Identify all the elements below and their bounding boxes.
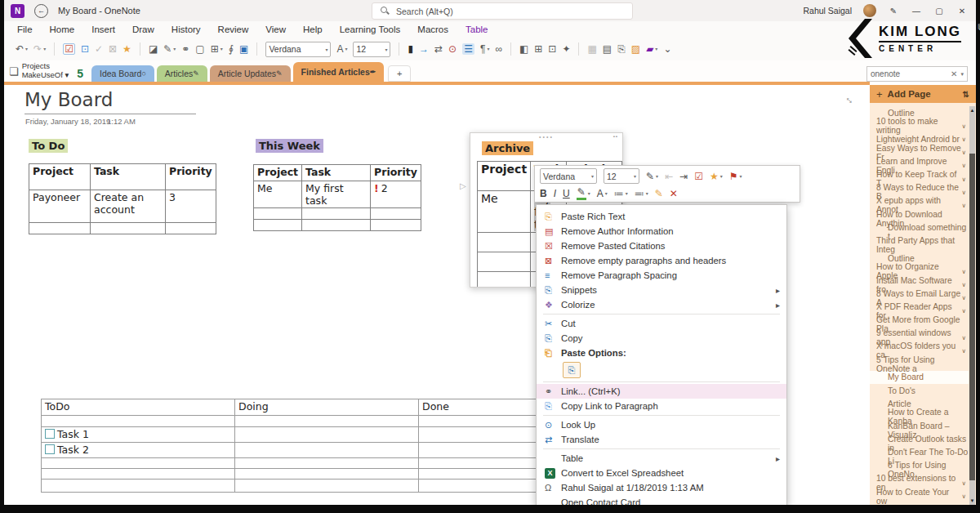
sidebar-page-how-to-create-your-ow[interactable]: How to Create Your ow∨ (870, 489, 969, 502)
table-cell[interactable] (42, 416, 235, 427)
add-page-button[interactable]: + Add Page ⇅ (870, 85, 976, 103)
table-cell[interactable] (29, 223, 91, 234)
table-cell[interactable]: Task 2 (42, 443, 235, 458)
page-search-close-icon[interactable]: ✕ (951, 69, 957, 78)
todo-heading[interactable]: To Do (29, 139, 68, 153)
table-cell[interactable] (235, 458, 419, 469)
mt-font-name-select[interactable]: Verdana▾ (540, 168, 597, 184)
attach-file-icon[interactable]: ∮ (229, 44, 234, 54)
context-menu-item-snippets[interactable]: ⎘Snippets▸ (537, 283, 786, 297)
question-tag-icon[interactable]: ⊡ (81, 44, 89, 54)
table-cell[interactable] (42, 469, 235, 480)
back-icon[interactable]: ← (34, 4, 48, 18)
table-cell[interactable] (371, 220, 421, 231)
panel-drag-handle[interactable]: •••• (539, 134, 554, 140)
font-style-icon[interactable]: A▾ (336, 44, 347, 54)
insert-table-icon[interactable]: ⊞▾ (211, 44, 223, 54)
menu-item-macros[interactable]: Macros (417, 25, 448, 34)
context-menu-item-translate[interactable]: ⇄Translate (537, 432, 786, 447)
star-tag-icon[interactable]: ★ (122, 44, 131, 54)
context-menu-item-remove-author-information[interactable]: ▤Remove Author Information (537, 224, 786, 239)
paragraph-icon[interactable]: ¶▾ (480, 44, 489, 54)
mt-font-size-select[interactable]: 12▾ (604, 168, 639, 184)
column-header[interactable]: Task (91, 164, 166, 190)
page-search-dropdown-icon[interactable]: ▾ (960, 71, 964, 78)
section-tab-articles[interactable]: Articles ✎ (157, 65, 207, 82)
ribbon-overflow-icon[interactable]: ⌄ (663, 44, 671, 54)
table-cell[interactable] (235, 469, 419, 480)
task-checkbox[interactable] (45, 429, 55, 439)
table-cell[interactable] (478, 233, 531, 252)
menu-item-history[interactable]: History (172, 25, 201, 34)
column-header[interactable]: Priority (166, 164, 216, 190)
remove-tag-icon[interactable]: ⊠ (109, 44, 117, 54)
table-cell[interactable] (235, 416, 419, 427)
table-cell[interactable] (166, 223, 216, 234)
context-menu-item-link[interactable]: ⚭Link... (Ctrl+K) (537, 384, 786, 399)
format-painter-icon[interactable]: ✎▾ (163, 44, 176, 54)
column-header[interactable]: ToDo (42, 399, 235, 416)
section-tab-article-updates[interactable]: Article Updates ✎ (210, 65, 291, 82)
context-menu-item-author-stamp[interactable]: ΩRahul Saigal at 1/18/2019 1:13 AM (537, 480, 786, 495)
split-view-icon[interactable]: ◧ (519, 44, 528, 54)
sidebar-page-10-tools-to-make-writing[interactable]: 10 tools to make writing∨ (870, 119, 969, 132)
eraser-icon[interactable]: ◪ (149, 44, 158, 54)
mt-bold-icon[interactable]: B (540, 189, 547, 199)
panel-corner-grip[interactable]: ▪▪ (613, 134, 618, 139)
new-page-icon[interactable]: ▢ (195, 44, 204, 54)
sort-pages-icon[interactable]: ☰ (462, 43, 474, 55)
context-menu-item-table[interactable]: Table▸ (537, 451, 786, 466)
forward-icon[interactable]: → (419, 44, 429, 54)
pin-icon[interactable]: ✦ (562, 44, 570, 54)
mt-numbering-icon[interactable]: ≕▾ (635, 189, 648, 199)
addin-icon[interactable]: ▰▾ (646, 44, 657, 54)
todo-tag-icon[interactable]: ☑ (63, 43, 75, 55)
mt-bullets-icon[interactable]: ≔▾ (614, 189, 628, 199)
table-cell[interactable]: My first task (302, 181, 371, 208)
table-cell[interactable] (235, 443, 419, 458)
menu-item-table[interactable]: Table (466, 25, 488, 34)
screen-clip-icon[interactable]: ▦ (587, 44, 596, 54)
font-name-select[interactable]: Verdana▾ (265, 42, 331, 57)
table-cell[interactable] (235, 480, 419, 493)
menu-item-help[interactable]: Help (303, 25, 323, 34)
check-tag-icon[interactable]: ✓ (95, 44, 103, 54)
dock-desktop-icon[interactable]: ⇄ (434, 44, 443, 54)
context-menu-item-remove-pasted-citations[interactable]: ☒Remove Pasted Citations (537, 239, 786, 253)
mt-flag-tag-icon[interactable]: ⚑▾ (729, 172, 742, 181)
context-menu-item-convert-to-excel[interactable]: XConvert to Excel Spreadsheet (537, 466, 786, 480)
column-header[interactable]: Doing (235, 399, 419, 416)
redo-icon[interactable]: ↷▾ (33, 44, 46, 54)
mt-todo-tag-icon[interactable]: ☑ (694, 172, 703, 181)
send-page-icon[interactable]: ▤ (603, 44, 612, 54)
fullpage-view-icon[interactable]: ▮ (408, 44, 413, 54)
table-cell[interactable]: Me (478, 191, 531, 233)
context-menu-item-paste-options[interactable]: ⎗Paste Options: (537, 346, 786, 360)
page-title[interactable]: My Board (24, 89, 113, 110)
mt-format-painter-icon[interactable]: ✎▾ (646, 172, 658, 181)
mt-increase-indent-icon[interactable]: ⇥ (679, 172, 688, 181)
column-header[interactable]: Task (302, 165, 371, 181)
user-name[interactable]: Rahul Saigal (803, 6, 852, 16)
mt-star-tag-icon[interactable]: ★▾ (710, 172, 723, 181)
context-menu-item-remove-empty-paragraphs[interactable]: ⊠Remove empty paragraphs and headers (537, 253, 786, 268)
table-cell[interactable] (42, 458, 235, 469)
docked-window-icon[interactable]: ⊡ (548, 44, 556, 54)
table-cell[interactable] (371, 208, 421, 220)
protect-icon[interactable]: ▨ (631, 44, 640, 54)
menu-item-insert[interactable]: Insert (91, 25, 115, 34)
mt-underline-icon[interactable]: U (563, 189, 570, 199)
menu-item-file[interactable]: File (17, 25, 33, 34)
table-cell[interactable] (254, 220, 302, 231)
sidebar-page-to-do-s[interactable]: To Do's (870, 384, 969, 397)
column-header[interactable]: Priority (371, 165, 421, 181)
mt-brush-icon[interactable]: ✎ (655, 189, 663, 199)
table-cell[interactable] (254, 208, 302, 220)
column-header[interactable]: Project (29, 164, 91, 190)
sidebar-page-5-tips-for-using-onenote-a[interactable]: 5 Tips for Using OneNote a (870, 358, 969, 371)
menu-item-learning-tools[interactable]: Learning Tools (340, 25, 401, 34)
new-section-tab[interactable]: + (388, 65, 411, 82)
sort-pages-icon[interactable]: ⇅ (963, 90, 969, 99)
equation-icon[interactable]: ∞ (495, 44, 502, 54)
scroll-down-icon[interactable]: ▼ (969, 498, 975, 503)
